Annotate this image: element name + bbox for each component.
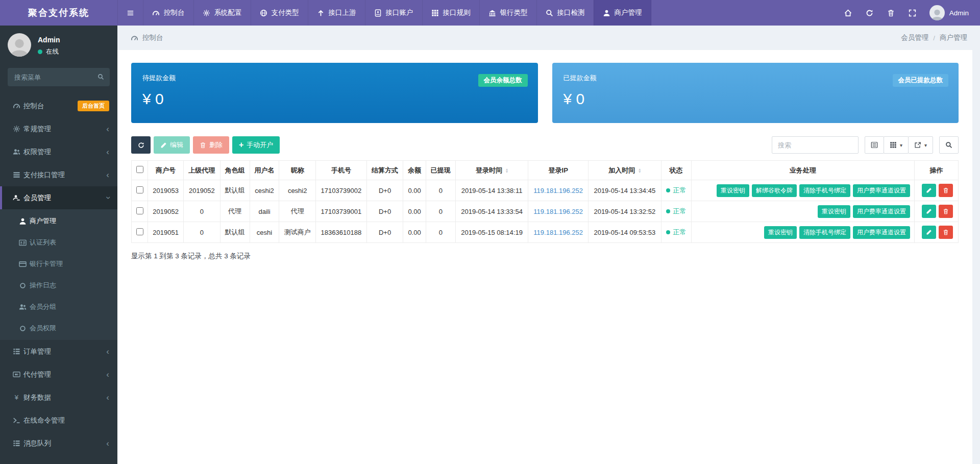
action-chip[interactable]: 用户费率通道设置: [853, 205, 910, 218]
row-checkbox[interactable]: [136, 228, 143, 235]
cell-join_time: 2019-05-14 13:32:52: [589, 201, 662, 222]
sidebar-item-auth-list[interactable]: 认证列表: [0, 232, 117, 253]
clear-cache-button[interactable]: [880, 0, 902, 26]
nav-item-api-upstream[interactable]: 接口上游: [308, 0, 365, 26]
toggle-view-button[interactable]: [865, 136, 884, 154]
menu-search-input[interactable]: [8, 68, 110, 86]
action-chip[interactable]: 用户费率通道设置: [853, 226, 910, 239]
nav-item-merchant-manage[interactable]: 商户管理: [594, 0, 651, 26]
sidebar-toggle-button[interactable]: [117, 0, 143, 26]
gear-icon: [10, 125, 23, 133]
refresh-button[interactable]: [859, 0, 880, 26]
action-chip[interactable]: 重设密钥: [764, 226, 797, 239]
breadcrumb-section[interactable]: 会员管理: [901, 33, 928, 42]
row-edit-button[interactable]: [922, 226, 936, 239]
action-chip[interactable]: 解绑谷歌令牌: [752, 184, 797, 197]
action-chip[interactable]: 清除手机号绑定: [799, 184, 850, 197]
chevron-left-icon: ‹: [106, 439, 109, 448]
table-row: 20190510默认组ceshi测试商户18363610188D+00.0002…: [132, 222, 959, 243]
caret-down-icon: ▾: [900, 142, 902, 148]
row-checkbox[interactable]: [136, 207, 143, 214]
refresh-button[interactable]: [131, 136, 151, 154]
fullscreen-button[interactable]: [902, 0, 923, 26]
yen-icon: ¥: [10, 394, 23, 401]
sidebar-item-merchant-manage[interactable]: 商户管理: [0, 210, 117, 232]
cell-select: [132, 180, 148, 201]
sidebar-item-agentpay-manage[interactable]: 代付管理‹: [0, 363, 117, 386]
cell-nickname: 代理: [279, 201, 315, 222]
table-search-input[interactable]: [772, 136, 859, 154]
nav-item-api-check[interactable]: 接口检测: [536, 0, 594, 26]
cell-login_time: 2019-05-14 13:33:54: [455, 201, 528, 222]
action-chip[interactable]: 重设密钥: [818, 205, 850, 218]
nav-item-api-account[interactable]: 接口账户: [365, 0, 422, 26]
table-row: 20190532019052默认组ceshi2ceshi217103739002…: [132, 180, 959, 201]
cell-login_time: 2019-05-15 08:14:19: [455, 222, 528, 243]
card-value: ¥ 0: [564, 90, 948, 108]
row-checkbox[interactable]: [136, 186, 143, 193]
sort-icon[interactable]: ▴▾: [639, 168, 641, 173]
sidebar-item-member-manage[interactable]: 会员管理‹: [0, 186, 117, 209]
sidebar-item-bank-card-manage[interactable]: 银行卡管理: [0, 253, 117, 275]
breadcrumb-page: 商户管理: [940, 33, 967, 42]
sidebar-item-message-queue[interactable]: 消息队列‹: [0, 432, 117, 455]
row-edit-button[interactable]: [922, 205, 936, 218]
nav-item-dashboard[interactable]: 控制台: [143, 0, 193, 26]
nav-item-api-rule[interactable]: 接口规则: [422, 0, 479, 26]
edit-button[interactable]: 编辑: [154, 136, 190, 154]
row-delete-button[interactable]: [939, 184, 953, 197]
table-header-row: 商户号上级代理角色组用户名昵称手机号结算方式余额已提现登录时间▴▾登录IP加入时…: [132, 161, 959, 180]
cell-actions: 重设密钥清除手机号绑定用户费率通道设置: [691, 222, 914, 243]
row-delete-button[interactable]: [939, 226, 953, 239]
select-all-checkbox[interactable]: [136, 166, 143, 173]
sidebar-item-order-manage[interactable]: 订单管理‹: [0, 340, 117, 363]
user-menu[interactable]: Admin: [923, 5, 980, 20]
ip-link[interactable]: 119.181.196.252: [533, 229, 583, 236]
column-login_time[interactable]: 登录时间▴▾: [455, 161, 528, 180]
card-badge: 会员余额总数: [478, 74, 528, 87]
row-delete-button[interactable]: [939, 205, 953, 218]
cell-parent: 0: [184, 222, 220, 243]
cell-role_group: 代理: [220, 201, 250, 222]
user-status-label: 在线: [46, 47, 59, 56]
toolbar-right: ▾ ▾: [772, 136, 959, 154]
action-chip[interactable]: 用户费率通道设置: [853, 184, 910, 197]
ip-link[interactable]: 119.181.196.252: [533, 187, 583, 194]
columns-button[interactable]: ▾: [884, 136, 909, 154]
advanced-search-button[interactable]: [939, 136, 959, 154]
home-button[interactable]: [838, 0, 859, 26]
nav-item-system-config[interactable]: 系统配置: [193, 0, 251, 26]
manual-open-account-button[interactable]: + 手动开户: [232, 136, 280, 154]
sidebar-item-pay-api-manage[interactable]: 支付接口管理‹: [0, 163, 117, 186]
sidebar-item-dashboard[interactable]: 控制台后台首页: [0, 94, 117, 117]
delete-button-label: 删除: [209, 140, 223, 150]
arrow-up-icon: [317, 9, 325, 17]
sidebar-item-online-command[interactable]: 在线命令管理: [0, 409, 117, 432]
delete-button[interactable]: 删除: [193, 136, 229, 154]
export-button[interactable]: ▾: [908, 136, 933, 154]
nav-item-pay-type[interactable]: 支付类型: [251, 0, 308, 26]
card-badge: 会员已提款总数: [893, 74, 949, 87]
chevron-left-icon: ‹: [106, 393, 109, 402]
column-withdrawn: 已提现: [426, 161, 455, 180]
sidebar-item-general-manage[interactable]: 常规管理‹: [0, 117, 117, 140]
sort-icon[interactable]: ▴▾: [506, 168, 508, 173]
grid-icon: [890, 141, 897, 149]
column-join_time[interactable]: 加入时间▴▾: [589, 161, 662, 180]
sidebar-item-operation-log[interactable]: 操作日志: [0, 275, 117, 296]
action-chip[interactable]: 重设密钥: [717, 184, 749, 197]
sidebar-item-member-permission[interactable]: 会员权限: [0, 318, 117, 339]
sidebar-item-member-group[interactable]: 会员分组: [0, 296, 117, 318]
sidebar-item-permission-manage[interactable]: 权限管理‹: [0, 140, 117, 163]
nav-item-bank-type[interactable]: 银行类型: [479, 0, 536, 26]
column-actions: 业务处理: [691, 161, 914, 180]
sidebar-item-finance-data[interactable]: ¥财务数据‹: [0, 386, 117, 409]
cell-phone: 17103739002: [315, 180, 366, 201]
action-chip[interactable]: 清除手机号绑定: [799, 226, 850, 239]
row-edit-button[interactable]: [922, 184, 936, 197]
column-label: 状态: [670, 166, 683, 174]
circle-icon: [16, 282, 30, 289]
column-label: 登录IP: [549, 166, 568, 174]
cell-login_ip: 119.181.196.252: [528, 201, 589, 222]
ip-link[interactable]: 119.181.196.252: [533, 208, 583, 215]
